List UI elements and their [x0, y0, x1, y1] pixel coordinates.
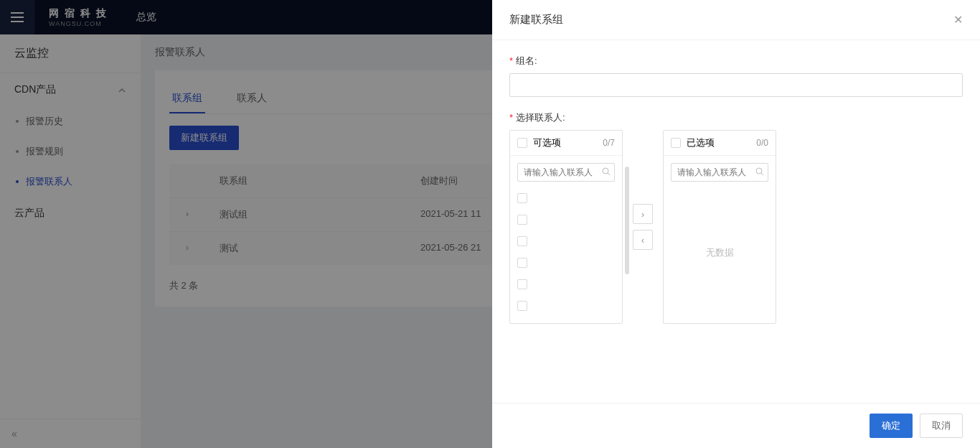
- item-checkbox[interactable]: [517, 301, 527, 311]
- group-name-label: *组名:: [509, 55, 963, 67]
- transfer-available: 可选项 0/7: [509, 130, 623, 324]
- close-icon[interactable]: ✕: [953, 13, 963, 27]
- drawer-header: 新建联系组 ✕: [492, 0, 980, 40]
- transfer-buttons: › ‹: [633, 204, 653, 250]
- scrollbar[interactable]: [625, 167, 629, 274]
- select-all-checkbox[interactable]: [517, 138, 527, 148]
- item-checkbox[interactable]: [517, 193, 527, 203]
- transfer-selected: 已选项 0/0 无数据: [663, 130, 776, 324]
- ok-button[interactable]: 确定: [870, 414, 913, 438]
- drawer: 新建联系组 ✕ *组名: *选择联系人: 可选项 0/7: [492, 0, 980, 448]
- search-icon: [755, 166, 764, 179]
- svg-point-0: [603, 168, 608, 174]
- drawer-title: 新建联系组: [509, 13, 563, 27]
- item-checkbox[interactable]: [517, 279, 527, 289]
- available-search-input[interactable]: [517, 163, 615, 182]
- group-name-input[interactable]: [509, 73, 963, 97]
- empty-state: 无数据: [664, 189, 776, 259]
- item-checkbox[interactable]: [517, 258, 527, 268]
- move-right-button[interactable]: ›: [633, 204, 653, 224]
- item-checkbox[interactable]: [517, 215, 527, 225]
- cancel-button[interactable]: 取消: [920, 414, 963, 438]
- move-left-button[interactable]: ‹: [633, 230, 653, 250]
- svg-line-1: [608, 173, 610, 175]
- svg-point-2: [756, 168, 762, 174]
- svg-line-3: [761, 173, 763, 175]
- selected-search-input[interactable]: [671, 163, 768, 182]
- select-contacts-label: *选择联系人:: [509, 111, 963, 124]
- item-checkbox[interactable]: [517, 236, 527, 246]
- drawer-body: *组名: *选择联系人: 可选项 0/7: [492, 40, 980, 403]
- select-all-checkbox[interactable]: [671, 138, 681, 148]
- search-icon: [602, 166, 611, 179]
- transfer: 可选项 0/7: [509, 130, 963, 324]
- drawer-footer: 确定 取消: [492, 403, 980, 448]
- available-list[interactable]: [510, 189, 622, 323]
